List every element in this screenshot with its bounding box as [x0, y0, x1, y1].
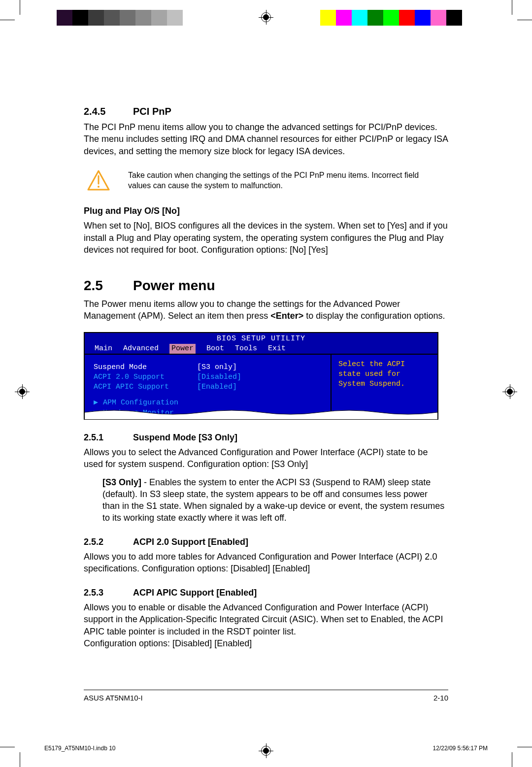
heading-2-4-5: 2.4.5PCI PnP	[84, 105, 448, 118]
section-number: 2.5	[84, 276, 133, 295]
page-footer: ASUS AT5NM10-I 2-10	[84, 690, 448, 703]
torn-edge-icon	[85, 408, 437, 419]
bios-row-label: Suspend Mode	[94, 363, 197, 372]
printer-marks-top	[0, 0, 532, 34]
warning-text: Take caution when changing the settings …	[113, 170, 448, 191]
bios-menu-boot: Boot	[206, 344, 224, 354]
bios-menu-exit: Exit	[268, 344, 286, 354]
bios-title: BIOS SETUP UTILITY	[85, 333, 437, 344]
indb-right: 12/22/09 5:56:17 PM	[433, 744, 488, 752]
registration-mark-icon	[502, 384, 517, 399]
grayscale-bar	[57, 10, 199, 26]
bios-menu-power: Power	[169, 344, 196, 354]
section-number: 2.5.2	[84, 536, 133, 548]
warning-icon	[84, 170, 113, 191]
paragraph: The PCI PnP menu items allow you to chan…	[84, 121, 448, 157]
registration-mark-icon	[259, 10, 273, 25]
bios-row-label: ACPI 2.0 Support	[94, 372, 197, 382]
section-title: Power menu	[133, 278, 215, 293]
registration-mark-icon	[15, 384, 30, 399]
heading-2-5-3: 2.5.3ACPI APIC Support [Enabled]	[84, 587, 448, 599]
footer-left: ASUS AT5NM10-I	[84, 693, 143, 703]
section-number: 2.4.5	[84, 105, 133, 118]
bios-menu-tools: Tools	[235, 344, 257, 354]
section-title: ACPI APIC Support [Enabled]	[133, 588, 257, 598]
bios-row-value: [Enabled]	[197, 382, 237, 392]
section-number: 2.5.1	[84, 432, 133, 443]
registration-mark-icon	[259, 743, 273, 758]
heading-2-5-1: 2.5.1Suspend Mode [S3 Only]	[84, 432, 448, 443]
heading-2-5: 2.5Power menu	[84, 276, 448, 295]
bios-screenshot: BIOS SETUP UTILITY Main Advanced Power B…	[84, 332, 438, 420]
paragraph: Allows you to select the Advanced Config…	[84, 446, 448, 470]
section-title: PCI PnP	[133, 106, 171, 117]
paragraph: Allows you to enable or disable the Adva…	[84, 601, 448, 637]
bios-row-value: [Disabled]	[197, 372, 241, 382]
footer-right: 2-10	[433, 693, 448, 703]
triangle-right-icon: ▶	[94, 399, 98, 407]
color-bar	[320, 10, 462, 26]
svg-point-2	[98, 186, 100, 188]
section-title: ACPI 2.0 Support [Enabled]	[133, 537, 248, 547]
paragraph: When set to [No], BIOS configures all th…	[84, 220, 448, 256]
bios-row-label: ACPI APIC Support	[94, 382, 197, 392]
heading-plug-and-play: Plug and Play O/S [No]	[84, 205, 448, 217]
paragraph: Allows you to add more tables for Advanc…	[84, 551, 448, 575]
warning-note: Take caution when changing the settings …	[84, 167, 448, 194]
bios-menu-main: Main	[95, 344, 112, 354]
indb-left: E5179_AT5NM10-I.indb 10	[44, 744, 116, 752]
bios-menu-advanced: Advanced	[123, 344, 159, 354]
bios-row-value: [S3 only]	[197, 363, 237, 372]
page-content: 2.4.5PCI PnP The PCI PnP menu items allo…	[84, 91, 448, 649]
bios-submenu: APM Configuration	[103, 399, 178, 407]
section-number: 2.5.3	[84, 587, 133, 599]
paragraph: Configuration options: [Disabled] [Enabl…	[84, 637, 448, 649]
indented-paragraph: [S3 Only] - Enables the system to enter …	[84, 476, 448, 524]
paragraph: The Power menu items allow you to change…	[84, 298, 448, 322]
section-title: Suspend Mode [S3 Only]	[133, 433, 237, 442]
heading-2-5-2: 2.5.2ACPI 2.0 Support [Enabled]	[84, 536, 448, 548]
